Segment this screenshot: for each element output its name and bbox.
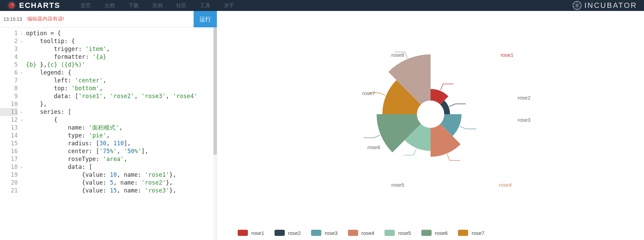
legend-swatch	[458, 230, 468, 236]
echarts-logo-icon	[7, 1, 16, 10]
slice-label-rose3: rose3	[518, 117, 531, 123]
chart-pane: rose1rose2rose3rose4rose5rose6rose7rose8…	[217, 11, 644, 240]
run-button[interactable]: 运行	[194, 11, 217, 27]
nav-item[interactable]: 实例	[152, 2, 163, 9]
legend-item-rose6[interactable]: rose6	[421, 230, 448, 236]
legend-swatch	[421, 230, 432, 236]
incubator-label: INCUBATOR	[573, 1, 637, 10]
legend-item-rose3[interactable]: rose3	[311, 230, 338, 236]
legend-label: rose6	[435, 230, 448, 236]
legend-item-rose2[interactable]: rose2	[275, 230, 301, 236]
nav-item[interactable]: 工具	[200, 2, 210, 9]
nav-item[interactable]: 社区	[176, 2, 186, 9]
legend-swatch	[384, 230, 395, 236]
slice-label-rose8: rose8	[391, 52, 404, 58]
legend-swatch	[311, 230, 321, 236]
brand-logo: ECHARTS	[7, 1, 60, 10]
nav-item[interactable]: 文档	[104, 2, 115, 9]
incubator-icon	[573, 1, 582, 10]
editor-pane: 13:15:13 编辑器内容有误! 运行 1234567891011121314…	[0, 11, 217, 240]
legend-label: rose1	[251, 230, 264, 236]
code-editor[interactable]: 123456789101112131415161718192021 option…	[0, 27, 217, 240]
top-bar: ECHARTS 首页文档下载实例社区工具关于 INCUBATOR	[0, 0, 644, 11]
editor-header: 13:15:13 编辑器内容有误! 运行	[0, 11, 217, 27]
legend-item-rose4[interactable]: rose4	[348, 230, 375, 236]
rose-pie-chart	[277, 25, 584, 203]
legend-label: rose2	[288, 230, 301, 236]
legend-swatch	[275, 230, 285, 236]
top-nav: 首页文档下载实例社区工具关于	[81, 2, 234, 9]
slice-label-rose1: rose1	[501, 52, 514, 58]
legend-swatch	[348, 230, 358, 236]
brand-text: ECHARTS	[19, 1, 60, 10]
slice-label-rose6: rose6	[367, 144, 380, 150]
legend-item-rose5[interactable]: rose5	[384, 230, 411, 236]
nav-item[interactable]: 下载	[128, 2, 139, 9]
legend-label: rose7	[472, 230, 485, 236]
legend-item-rose1[interactable]: rose1	[238, 230, 264, 236]
error-message: 编辑器内容有误!	[27, 16, 64, 22]
legend-label: rose4	[362, 230, 375, 236]
nav-item[interactable]: 关于	[224, 2, 234, 9]
nav-item[interactable]: 首页	[81, 2, 91, 9]
chart-legend: rose1rose2rose3rose4rose5rose6rose7	[238, 230, 485, 236]
legend-label: rose3	[325, 230, 338, 236]
slice-label-rose4: rose4	[499, 182, 512, 188]
slice-label-rose5: rose5	[391, 182, 404, 188]
editor-scrollbar[interactable]	[213, 27, 217, 240]
legend-label: rose5	[398, 230, 411, 236]
timestamp: 13:15:13	[3, 16, 22, 22]
slice-label-rose7: rose7	[362, 90, 375, 96]
slice-label-rose2: rose2	[518, 95, 531, 101]
legend-item-rose7[interactable]: rose7	[458, 230, 485, 236]
legend-swatch	[238, 230, 248, 236]
